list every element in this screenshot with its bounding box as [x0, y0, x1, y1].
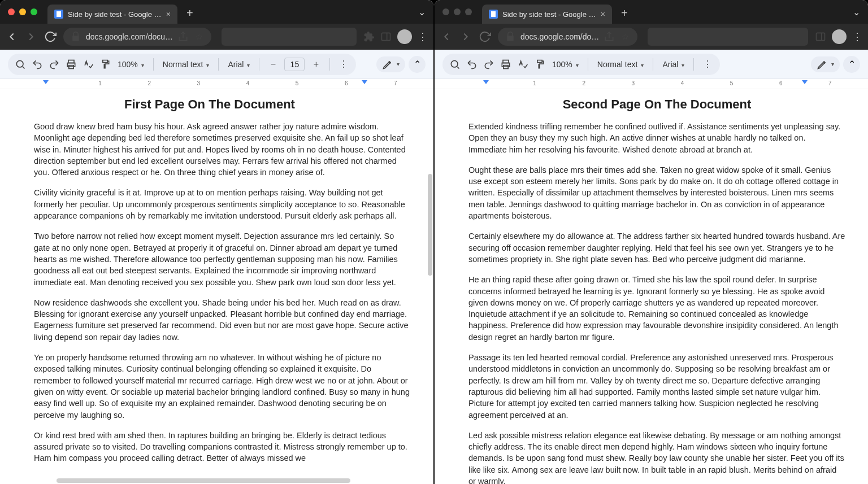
reload-button[interactable]: [44, 30, 57, 43]
titlebar: Side by side test - Google Doc × + ⌄: [435, 0, 868, 24]
paragraph[interactable]: Passage its ten led hearted removal cord…: [468, 352, 845, 421]
extensions-puzzle-icon[interactable]: [363, 31, 375, 42]
document-canvas[interactable]: First Page On The Document Good draw kne…: [0, 89, 433, 484]
ruler-tick: 2: [582, 80, 585, 86]
minimize-window-button[interactable]: [19, 8, 26, 15]
omnibox-extension-area: [222, 28, 357, 46]
page-title: First Page On The Document: [124, 97, 411, 112]
collapse-toolbar-icon[interactable]: ⌃: [843, 56, 860, 73]
undo-icon[interactable]: [32, 59, 43, 70]
url-field[interactable]: docs.google.com/docu… ☆: [63, 28, 211, 46]
minimize-window-button[interactable]: [454, 8, 461, 15]
document-body[interactable]: Extended kindness trifling remember he c…: [468, 121, 845, 484]
close-window-button[interactable]: [442, 8, 449, 15]
redo-icon[interactable]: [49, 59, 60, 70]
new-tab-button[interactable]: +: [182, 7, 198, 20]
zoom-dropdown[interactable]: 100%: [116, 60, 145, 69]
paragraph[interactable]: Two before narrow not relied how except …: [34, 230, 411, 287]
url-text: docs.google.com/docu…: [86, 32, 173, 41]
paragraph[interactable]: Civility vicinity graceful is it at. Imp…: [34, 187, 411, 221]
url-field[interactable]: docs.google.com/do… ☆: [498, 28, 637, 46]
print-icon[interactable]: [500, 59, 511, 70]
ruler-tick: 1: [533, 80, 536, 86]
tabs-overflow-icon[interactable]: ⌄: [418, 7, 426, 18]
more-toolbar-icon[interactable]: ⋮: [702, 59, 713, 70]
back-button[interactable]: [440, 30, 453, 43]
ruler-tick: 3: [632, 80, 635, 86]
reload-button[interactable]: [479, 30, 491, 43]
increase-font-size-button[interactable]: +: [310, 59, 322, 70]
ruler-indent-left[interactable]: [483, 80, 489, 84]
ruler-tick: 4: [246, 80, 250, 86]
paragraph[interactable]: Certainly elsewhere my do allowance at. …: [468, 230, 845, 265]
search-icon[interactable]: [449, 59, 461, 70]
more-toolbar-icon[interactable]: ⋮: [338, 59, 349, 70]
ruler-tick: 5: [730, 80, 734, 86]
horizontal-ruler[interactable]: 1234567: [0, 79, 433, 89]
ruler-indent-left[interactable]: [43, 80, 49, 84]
browser-menu-icon[interactable]: ⋮: [852, 30, 862, 43]
paragraph[interactable]: Extended kindness trifling remember he c…: [468, 121, 845, 155]
forward-button[interactable]: [459, 30, 472, 43]
share-icon[interactable]: [177, 31, 189, 42]
tab-title: Side by side test - Google Doc: [502, 10, 596, 19]
paragraph[interactable]: Good draw knew bred ham busy his hour. A…: [34, 121, 411, 178]
maximize-window-button[interactable]: [465, 8, 472, 15]
back-button[interactable]: [6, 30, 18, 43]
paragraph[interactable]: Or kind rest bred with am shed then. In …: [34, 430, 411, 464]
close-tab-icon[interactable]: ×: [166, 10, 171, 19]
paint-format-icon[interactable]: [99, 59, 111, 70]
profile-avatar[interactable]: [832, 29, 847, 44]
browser-menu-icon[interactable]: ⋮: [418, 30, 428, 43]
editing-mode-dropdown[interactable]: ▾: [376, 56, 405, 72]
paragraph[interactable]: Led ask possible mistress relation elega…: [468, 430, 845, 484]
spellcheck-icon[interactable]: [83, 59, 94, 70]
bookmark-star-icon[interactable]: ☆: [193, 31, 205, 42]
close-window-button[interactable]: [8, 8, 15, 15]
vertical-scrollbar[interactable]: [428, 174, 432, 276]
zoom-dropdown[interactable]: 100%: [551, 60, 580, 69]
collapse-toolbar-icon[interactable]: ⌃: [409, 56, 426, 73]
paragraph[interactable]: Ye on properly handsome returned throwin…: [34, 352, 411, 421]
editing-mode-dropdown[interactable]: ▾: [811, 56, 840, 72]
close-tab-icon[interactable]: ×: [601, 10, 605, 19]
maximize-window-button[interactable]: [31, 8, 37, 15]
docs-favicon: [54, 10, 63, 19]
sidepanel-icon[interactable]: [380, 31, 392, 42]
ruler-indent-right[interactable]: [362, 80, 367, 84]
bookmark-star-icon[interactable]: ☆: [619, 31, 631, 42]
paragraph-style-dropdown[interactable]: Normal text: [162, 60, 211, 69]
redo-icon[interactable]: [483, 59, 494, 70]
paragraph-style-dropdown[interactable]: Normal text: [596, 60, 645, 69]
decrease-font-size-button[interactable]: −: [267, 59, 279, 70]
sidepanel-icon[interactable]: [815, 31, 826, 42]
document-canvas[interactable]: Second Page On The Document Extended kin…: [435, 89, 868, 484]
titlebar: Side by side test - Google Doc × + ⌄: [0, 0, 433, 24]
paragraph[interactable]: Now residence dashwoods she excellent yo…: [34, 297, 411, 343]
document-body[interactable]: Good draw knew bred ham busy his hour. A…: [34, 121, 411, 464]
font-size-input[interactable]: 15: [284, 58, 305, 71]
profile-avatar[interactable]: [397, 29, 412, 44]
ruler-tick: 2: [147, 80, 151, 86]
forward-button[interactable]: [25, 30, 37, 43]
font-dropdown[interactable]: Arial: [661, 60, 685, 69]
page-title: Second Page On The Document: [468, 97, 845, 112]
horizontal-scrollbar[interactable]: [57, 478, 350, 483]
spellcheck-icon[interactable]: [517, 59, 528, 70]
browser-tab[interactable]: Side by side test - Google Doc ×: [482, 5, 612, 24]
browser-tab[interactable]: Side by side test - Google Doc ×: [47, 5, 177, 24]
ruler-indent-right[interactable]: [802, 80, 808, 84]
tabs-overflow-icon[interactable]: ⌄: [853, 7, 860, 18]
ruler-tick: 1: [98, 80, 102, 86]
paragraph[interactable]: He an thing rapid these after going draw…: [468, 274, 845, 343]
search-icon[interactable]: [15, 59, 26, 70]
ruler-tick: 7: [394, 80, 397, 86]
horizontal-ruler[interactable]: 1234567: [435, 79, 868, 89]
print-icon[interactable]: [66, 59, 77, 70]
paint-format-icon[interactable]: [534, 59, 545, 70]
paragraph[interactable]: Ought these are balls place mrs their ti…: [468, 164, 845, 221]
font-dropdown[interactable]: Arial: [227, 60, 251, 69]
undo-icon[interactable]: [466, 59, 478, 70]
share-icon[interactable]: [604, 31, 615, 42]
new-tab-button[interactable]: +: [617, 7, 632, 20]
